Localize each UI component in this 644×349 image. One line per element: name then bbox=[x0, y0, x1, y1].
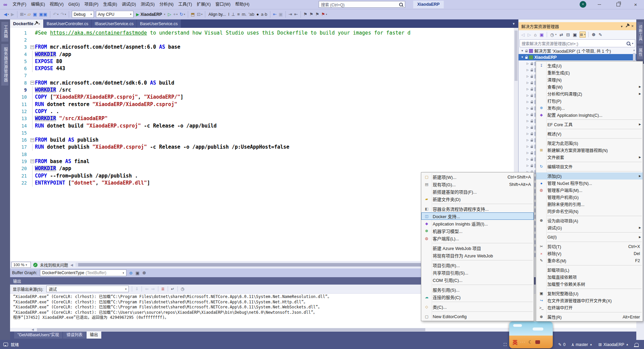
editor-tab-Dockerfile[interactable]: Dockerfile× bbox=[10, 19, 43, 28]
bottom-tab-1[interactable]: 错误列表 bbox=[63, 332, 86, 339]
menubar-item-1[interactable]: 编辑(E) bbox=[29, 2, 47, 7]
line-number[interactable]: 18 bbox=[10, 152, 30, 157]
context-menu-item-37[interactable]: 加载整个依赖关系树 bbox=[536, 281, 643, 288]
tree-solution-row[interactable]: ▼ 解决方案 'XiaodaERP' (1 个项目, 共 1 个) bbox=[519, 48, 636, 54]
line-number[interactable]: 22 bbox=[10, 180, 30, 186]
next-message-icon[interactable]: ⇨ bbox=[151, 287, 155, 291]
line-number[interactable]: 21 bbox=[10, 173, 30, 179]
add-submenu-item-0[interactable]: ▢新建项(W)...Ctrl+Shift+A bbox=[421, 173, 534, 181]
code-line-3[interactable]: 3FROM mcr.microsoft.com/dotnet/aspnet:6.… bbox=[10, 44, 518, 51]
context-menu-item-7[interactable]: ◆配置 Application Insights(C)... bbox=[536, 111, 643, 118]
line-number[interactable]: 9 bbox=[10, 87, 30, 93]
context-menu-item-11[interactable]: 概述(V) bbox=[536, 130, 643, 137]
context-menu-item-40[interactable]: ↪在文件资源管理器中打开文件夹(X) bbox=[536, 297, 643, 304]
outdent-icon[interactable]: ⇤ bbox=[293, 11, 299, 17]
indent-icon[interactable]: ⇥ bbox=[287, 11, 293, 17]
tab-overflow-icon[interactable]: ▼ bbox=[509, 19, 518, 28]
scrollbar-thumb[interactable] bbox=[515, 31, 518, 81]
add-submenu-item-18[interactable]: 服务引用(S)... bbox=[421, 286, 534, 293]
menubar-item-6[interactable]: 调试(D) bbox=[119, 2, 138, 7]
ime-language-indicator[interactable]: 英 bbox=[513, 339, 518, 346]
add-submenu-item-7[interactable]: ◆Application Insights 遥测(I)... bbox=[421, 220, 534, 227]
menubar-item-9[interactable]: 工具(T) bbox=[176, 2, 194, 7]
context-menu-item-43[interactable]: ☸属性(R)Alt+Enter bbox=[536, 313, 643, 320]
align-by-button[interactable]: Align by... bbox=[207, 12, 227, 17]
prev-message-icon[interactable]: ⇦ bbox=[145, 287, 148, 291]
configuration-select[interactable]: Debug▾ bbox=[72, 11, 94, 18]
pin-icon[interactable] bbox=[35, 22, 37, 25]
code-line-12[interactable]: 12COPY . . bbox=[10, 108, 518, 115]
align-m-icon[interactable]: m. bbox=[241, 11, 248, 17]
line-number[interactable]: 6 bbox=[10, 66, 30, 71]
se-back-icon[interactable]: ◁ bbox=[521, 32, 525, 37]
code-line-14[interactable]: 14RUN dotnet build "XiaodaERP.csproj" -c… bbox=[10, 122, 518, 129]
hscroll-left-arrow[interactable]: ◀ bbox=[70, 263, 73, 267]
context-menu-item-27[interactable]: 调试(G)▶ bbox=[536, 224, 643, 231]
line-number[interactable]: 20 bbox=[10, 166, 30, 171]
global-search-box[interactable]: 搜索 (Ctrl+Q) bbox=[319, 1, 405, 8]
se-sync-icon[interactable]: ⇄ bbox=[559, 32, 563, 37]
notifications-bell-icon[interactable] bbox=[635, 343, 639, 346]
code-line-15[interactable]: 15 bbox=[10, 129, 518, 136]
nav-backward-icon[interactable]: ◀▾ bbox=[3, 11, 10, 17]
menubar-item-0[interactable]: 文件(F) bbox=[10, 2, 29, 7]
tree-scroll-up-icon[interactable]: ▲ bbox=[633, 48, 636, 52]
save-icon[interactable]: ▣ bbox=[32, 11, 38, 17]
pin-icon[interactable] bbox=[626, 25, 628, 27]
context-menu-item-3[interactable]: 查看(W)▶ bbox=[536, 83, 643, 90]
align-ab-icon[interactable]: a·b bbox=[260, 11, 268, 17]
code-line-13[interactable]: 13WORKDIR "/src/XiaodaERP" bbox=[10, 115, 518, 122]
zoom-select[interactable]: 100 % ▾ bbox=[11, 262, 31, 268]
redo-icon[interactable]: ↷▾ bbox=[59, 11, 67, 17]
bottom-tab-0[interactable]: "GetAllBaseUsers"实现 bbox=[14, 332, 62, 339]
ime-widget[interactable]: 英 ··· ☾ bbox=[509, 321, 553, 348]
align-dot-icon[interactable]: ● bbox=[255, 11, 260, 17]
context-menu-item-31[interactable]: ✂剪切(T)Ctrl+X bbox=[536, 243, 643, 250]
right-strip-tab-0[interactable]: 诊断工具 bbox=[637, 22, 643, 44]
menubar-item-5[interactable]: 生成(B) bbox=[101, 2, 119, 7]
scrollbar-thumb[interactable] bbox=[37, 328, 425, 331]
open-file-icon[interactable]: ▱ bbox=[26, 11, 32, 17]
close-icon[interactable]: × bbox=[631, 24, 634, 29]
context-menu-item-5[interactable]: 打包(P) bbox=[536, 97, 643, 104]
panel-dropdown-icon[interactable]: ▾ bbox=[621, 24, 623, 28]
timestamp-icon[interactable]: ◷ bbox=[181, 287, 184, 291]
align-bottom-icon[interactable]: ⊥ bbox=[230, 11, 236, 17]
save-all-icon[interactable]: ▣▣ bbox=[38, 11, 48, 17]
attach-icon[interactable]: ⌖▾ bbox=[172, 11, 178, 17]
solution-explorer-header[interactable]: 解决方案资源管理器 ▾ × bbox=[519, 22, 636, 30]
close-button[interactable]: × bbox=[630, 0, 641, 9]
close-tab-icon[interactable]: × bbox=[38, 22, 40, 26]
live-unit-icon[interactable]: ⊡▾ bbox=[196, 11, 203, 17]
context-menu-item-32[interactable]: ×移除(V)Del bbox=[536, 250, 643, 257]
line-number[interactable]: 1 bbox=[10, 30, 30, 36]
search-filter-dropdown-icon[interactable]: ▾ bbox=[632, 42, 633, 45]
menubar-item-8[interactable]: 分析(N) bbox=[157, 2, 176, 7]
context-menu-item-29[interactable]: Git(I)▶ bbox=[536, 234, 643, 241]
context-menu-item-24[interactable]: 同步命名空间(N) bbox=[536, 208, 643, 215]
line-number[interactable]: 11 bbox=[10, 102, 30, 107]
editor-tab-IBaseUserService.cs[interactable]: IBaseUserService.cs bbox=[92, 19, 137, 28]
add-submenu-item-9[interactable]: ◍客户端库(L)... bbox=[421, 235, 534, 242]
context-menu-item-13[interactable]: 限定为此范围(S) bbox=[536, 140, 643, 147]
goto-message-icon[interactable]: ⇩ bbox=[135, 287, 139, 291]
add-submenu-item-15[interactable]: 共享项目引用(S)... bbox=[421, 269, 534, 276]
copy-format-icon[interactable]: ▣ bbox=[278, 11, 284, 17]
add-submenu-item-1[interactable]: ▤现有项(G)...Shift+Alt+A bbox=[421, 181, 534, 188]
context-menu-item-39[interactable]: ▣复制完整路径(U) bbox=[536, 290, 643, 297]
code-line-1[interactable]: 1#See https://aka.ms/containerfastmode t… bbox=[10, 29, 518, 36]
add-submenu-item-16[interactable]: COM 引用(C)... bbox=[421, 276, 534, 284]
add-submenu-item-11[interactable]: 新建 Azure WebJob 项目 bbox=[421, 244, 534, 252]
line-number[interactable]: 13 bbox=[10, 116, 30, 121]
code-line-11[interactable]: 11RUN dotnet restore "XiaodaERP/XiaodaER… bbox=[10, 101, 518, 108]
line-number[interactable]: 3 bbox=[10, 44, 30, 50]
menubar-item-3[interactable]: Git(G) bbox=[66, 2, 82, 7]
se-pending-changes-icon[interactable]: ◷▾ bbox=[550, 32, 556, 37]
context-menu-item-17[interactable]: ↻编辑项目文件 bbox=[536, 163, 643, 170]
add-submenu-item-5[interactable]: ◧容器业务流程协调程序支持... bbox=[421, 205, 534, 212]
context-menu-item-1[interactable]: 重新生成(E) bbox=[536, 69, 643, 76]
add-submenu-item-19[interactable]: ☁连接的服务(C) bbox=[421, 293, 534, 301]
editor-tab-BaseUserController.cs[interactable]: BaseUserController.cs bbox=[44, 19, 91, 28]
pending-edits[interactable]: ✎ 0 bbox=[558, 342, 566, 347]
line-number[interactable]: 14 bbox=[10, 123, 30, 129]
